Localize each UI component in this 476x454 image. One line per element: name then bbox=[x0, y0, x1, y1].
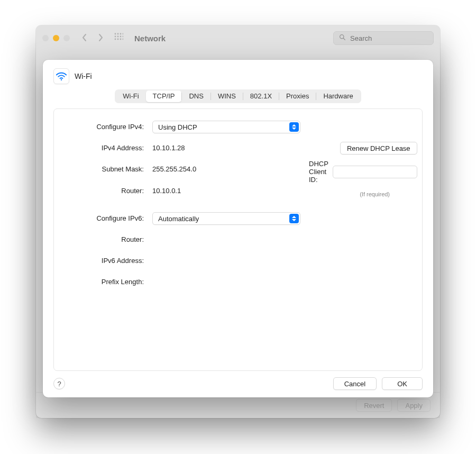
configure-ipv4-popup[interactable]: Using DHCP bbox=[152, 121, 300, 133]
value-ipv4-address: 10.10.1.28 bbox=[152, 142, 300, 155]
label-configure-ipv4: Configure IPv4: bbox=[65, 121, 144, 133]
tab-dns[interactable]: DNS bbox=[182, 90, 210, 102]
sheet-footer: ? Cancel OK bbox=[53, 377, 423, 390]
tab-wifi[interactable]: Wi-Fi bbox=[116, 90, 145, 102]
tcpip-panel: Configure IPv4: Using DHCP IPv4 Address:… bbox=[53, 108, 423, 371]
label-ipv6-address: IPv6 Address: bbox=[65, 255, 144, 267]
label-ipv4-address: IPv4 Address: bbox=[65, 142, 144, 155]
popup-stepper-icon bbox=[289, 122, 299, 132]
tab-hardware[interactable]: Hardware bbox=[316, 90, 360, 102]
value-router-ipv6 bbox=[152, 233, 300, 246]
tab-tcpip[interactable]: TCP/IP bbox=[146, 90, 182, 102]
svg-point-14 bbox=[61, 79, 62, 80]
value-ipv6-address bbox=[152, 255, 300, 267]
value-subnet-mask: 255.255.254.0 bbox=[152, 163, 300, 176]
label-prefix-length: Prefix Length: bbox=[65, 276, 144, 288]
value-prefix-length bbox=[152, 276, 300, 288]
advanced-settings-sheet: Wi-Fi Wi-Fi TCP/IP DNS WINS 802.1X Proxi… bbox=[43, 60, 433, 397]
tab-bar: Wi-Fi TCP/IP DNS WINS 802.1X Proxies Har… bbox=[115, 89, 361, 103]
ok-button[interactable]: OK bbox=[382, 377, 423, 390]
renew-dhcp-lease-button[interactable]: Renew DHCP Lease bbox=[340, 142, 417, 155]
tab-8021x[interactable]: 802.1X bbox=[243, 90, 279, 102]
configure-ipv4-value: Using DHCP bbox=[158, 123, 197, 131]
help-button[interactable]: ? bbox=[53, 378, 65, 389]
configure-ipv6-value: Automatically bbox=[158, 215, 199, 223]
label-router-ipv4: Router: bbox=[65, 185, 144, 197]
label-subnet-mask: Subnet Mask: bbox=[65, 163, 144, 176]
dhcp-client-id-input[interactable] bbox=[333, 166, 417, 178]
wifi-icon bbox=[53, 68, 69, 84]
tab-wins[interactable]: WINS bbox=[211, 90, 243, 102]
hint-if-required: (If required) bbox=[333, 191, 417, 197]
configure-ipv6-popup[interactable]: Automatically bbox=[152, 212, 300, 225]
popup-stepper-icon bbox=[289, 214, 299, 223]
label-dhcp-client-id: DHCP Client ID: bbox=[309, 160, 328, 184]
value-router-ipv4: 10.10.0.1 bbox=[152, 185, 300, 197]
tab-proxies[interactable]: Proxies bbox=[279, 90, 316, 102]
label-configure-ipv6: Configure IPv6: bbox=[65, 212, 144, 225]
preferences-window: Network Revert Apply Wi-Fi bbox=[36, 25, 440, 418]
cancel-button[interactable]: Cancel bbox=[333, 377, 377, 390]
label-router-ipv6: Router: bbox=[65, 233, 144, 246]
interface-name: Wi-Fi bbox=[75, 72, 92, 80]
sheet-header: Wi-Fi bbox=[53, 68, 423, 84]
